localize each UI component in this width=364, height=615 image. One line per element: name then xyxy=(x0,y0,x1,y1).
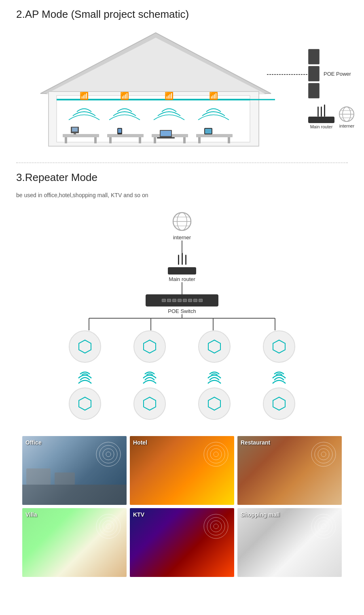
hex-svg-1 xyxy=(77,338,93,355)
svg-marker-1 xyxy=(45,38,266,94)
poe-power-stack xyxy=(308,49,320,98)
grid-item-ktv: KTV xyxy=(130,508,234,577)
v-line-1 xyxy=(182,240,182,253)
image-grid-container: Office xyxy=(16,436,348,577)
svg-point-72 xyxy=(96,514,121,538)
villa-label: Villa xyxy=(25,511,37,518)
svg-point-63 xyxy=(106,452,111,457)
svg-point-78 xyxy=(210,521,222,532)
signal-2 xyxy=(142,366,158,384)
section3-subtitle: be used in office,hotel,shopping mall, K… xyxy=(16,192,348,198)
wifi-ripple-restaurant xyxy=(309,440,338,468)
ktv-label: KTV xyxy=(133,511,144,518)
svg-marker-54 xyxy=(144,397,156,410)
poe-unit-3 xyxy=(308,83,320,98)
globe-svg xyxy=(338,105,356,123)
svg-point-66 xyxy=(210,449,222,460)
page-wrapper: 2.AP Mode (Small project schematic) 📶 xyxy=(0,0,364,585)
router-antenna-2 xyxy=(182,253,183,265)
svg-point-73 xyxy=(99,517,117,535)
grid-item-hotel: Hotel xyxy=(130,436,234,505)
wifi-ripple-hotel xyxy=(202,440,230,468)
poe-switch-label: POE Switch xyxy=(168,308,196,314)
svg-rect-19 xyxy=(183,137,186,143)
port-3 xyxy=(172,299,176,302)
svg-rect-14 xyxy=(65,137,67,143)
section3: 3.Repeater Mode be used in office,hotel,… xyxy=(16,171,348,577)
svg-rect-10 xyxy=(63,134,99,137)
svg-marker-55 xyxy=(208,397,220,410)
ap-bottom-3 xyxy=(198,387,231,420)
router-internet-group: Main router interner xyxy=(308,104,356,129)
svg-text:📶: 📶 xyxy=(165,92,174,100)
hex-svg-3 xyxy=(206,338,222,355)
connect-line xyxy=(267,72,307,77)
router-label: Main router xyxy=(310,124,333,129)
port-5 xyxy=(183,299,187,302)
svg-rect-58 xyxy=(55,472,75,485)
svg-rect-21 xyxy=(228,137,230,143)
svg-point-69 xyxy=(315,445,332,463)
antenna-1 xyxy=(317,106,319,117)
router-body xyxy=(308,117,334,123)
signal-svg-3 xyxy=(206,366,222,384)
svg-rect-31 xyxy=(205,129,212,134)
ap-bottom-2 xyxy=(133,387,166,420)
svg-marker-49 xyxy=(79,340,91,353)
grid-item-villa: Villa xyxy=(22,508,127,577)
svg-marker-56 xyxy=(273,397,285,410)
svg-marker-52 xyxy=(273,340,285,353)
hex-svg-6 xyxy=(142,396,158,412)
svg-rect-11 xyxy=(107,134,144,137)
port-1 xyxy=(162,299,166,302)
svg-point-81 xyxy=(315,517,332,535)
branch-svg xyxy=(57,314,307,330)
internet-label-3: interner xyxy=(173,234,191,240)
svg-rect-57 xyxy=(26,468,51,485)
poe-power-label: POE Power xyxy=(324,71,351,77)
wifi-ripple-villa xyxy=(94,512,123,541)
svg-rect-20 xyxy=(198,137,201,143)
svg-marker-51 xyxy=(208,340,220,353)
svg-point-67 xyxy=(214,452,218,457)
svg-point-60 xyxy=(96,442,121,466)
svg-point-82 xyxy=(318,521,329,532)
svg-point-68 xyxy=(311,442,336,466)
grid-item-restaurant: Restaurant xyxy=(237,436,342,505)
hex-svg-8 xyxy=(271,396,287,412)
svg-rect-17 xyxy=(139,137,141,143)
router-body-3 xyxy=(168,267,196,275)
svg-rect-28 xyxy=(161,131,171,136)
svg-point-62 xyxy=(103,449,114,460)
section3-title: 3.Repeater Mode xyxy=(16,171,348,184)
hotel-label: Hotel xyxy=(133,439,147,446)
antennas xyxy=(317,104,325,117)
poe-unit-2 xyxy=(308,66,320,81)
svg-rect-29 xyxy=(157,137,175,138)
port-6 xyxy=(188,299,192,302)
image-grid: Office xyxy=(18,436,346,577)
svg-text:📶: 📶 xyxy=(209,92,218,100)
v-line-2 xyxy=(182,282,182,294)
ap-top-1 xyxy=(69,330,101,363)
svg-rect-59 xyxy=(22,485,127,505)
switch-body xyxy=(146,294,218,306)
svg-rect-26 xyxy=(118,129,121,133)
svg-point-77 xyxy=(207,517,225,535)
signal-4 xyxy=(271,366,287,384)
grid-item-office: Office xyxy=(22,436,127,505)
wifi-ripple-shopping xyxy=(309,512,338,541)
svg-point-75 xyxy=(106,524,111,529)
section2-title: 2.AP Mode (Small project schematic) xyxy=(16,8,348,21)
ap-mode-diagram: 📶 📶 📶 📶 xyxy=(16,29,356,154)
svg-marker-53 xyxy=(79,397,91,410)
wifi-signal-row xyxy=(57,366,307,384)
signal-3 xyxy=(206,366,222,384)
house-svg: 📶 📶 📶 📶 xyxy=(36,29,275,150)
signal-svg-1 xyxy=(77,366,93,384)
port-2 xyxy=(167,299,171,302)
svg-point-71 xyxy=(321,452,326,457)
poe-switch-node: POE Switch xyxy=(146,294,218,314)
main-router-node: Main router xyxy=(168,253,196,282)
internet-globe-svg xyxy=(171,211,193,233)
